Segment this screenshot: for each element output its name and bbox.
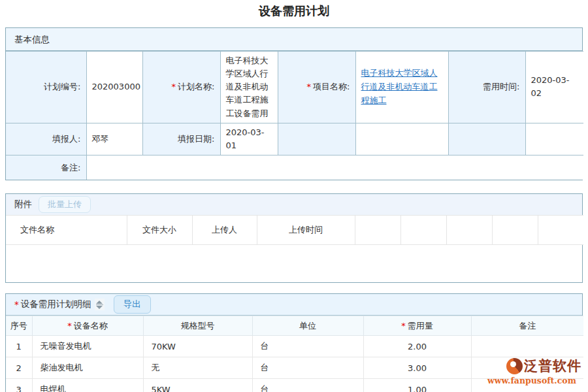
report-date-value: 2020-03-01	[220, 123, 278, 155]
cell-quantity: 1.00	[363, 379, 471, 392]
cell-spec-model: 5KW	[143, 379, 252, 392]
required-asterisk: *	[67, 321, 72, 331]
cell-quantity: 2.00	[363, 336, 471, 357]
attach-col-uploader: 上传人	[192, 216, 257, 245]
detail-section-title: 设备需用计划明细	[21, 299, 91, 310]
plan-name-value: 电子科技大学区域人行道及非机动车道工程施工设备需用	[220, 52, 278, 123]
cell-quantity: 3.00	[363, 357, 471, 379]
empty-value-cell	[525, 123, 583, 155]
attach-col-empty	[446, 216, 492, 245]
detail-col-equipment-name: *设备名称	[32, 316, 143, 336]
empty-label-cell	[448, 123, 525, 155]
cell-equipment-name: 柴油发电机	[32, 357, 143, 379]
attachments-section-title: 附件	[14, 199, 32, 210]
detail-col-serial: 序号	[6, 316, 32, 336]
cell-serial: 1	[6, 336, 32, 357]
sort-down-arrow-icon	[96, 306, 103, 309]
detail-col-quantity: *需用量	[363, 316, 471, 336]
attach-col-empty	[400, 216, 446, 245]
cell-equipment-name: 电焊机	[32, 379, 143, 392]
plan-no-value: 202003000	[86, 52, 142, 123]
required-asterisk: *	[307, 82, 312, 91]
page-title: 设备需用计划	[0, 0, 588, 27]
cell-equipment-name: 无噪音发电机	[32, 336, 143, 357]
reporter-label: 填报人:	[6, 123, 86, 155]
attachments-section: 附件 批量上传 文件名称 文件大小 上传人 上传时间	[5, 193, 583, 283]
cell-serial: 3	[6, 379, 32, 392]
basic-info-table: 计划编号: 202003000 *计划名称: 电子科技大学区域人行道及非机动车道…	[6, 51, 583, 180]
need-time-label: 需用时间:	[448, 52, 525, 123]
cell-serial: 2	[6, 357, 32, 379]
detail-col-unit: 单位	[252, 316, 363, 336]
batch-upload-button[interactable]: 批量上传	[39, 196, 91, 213]
attach-col-empty	[538, 216, 583, 245]
fanpu-logo: 泛普软件 www.fanpusoft.com	[482, 357, 581, 385]
plan-name-label: *计划名称:	[142, 52, 220, 123]
table-row: 1 无噪音发电机 70KW 台 2.00	[6, 336, 583, 357]
detail-section-header: * 设备需用计划明细 导出	[6, 294, 582, 316]
project-name-cell: 电子科技大学区域人行道及非机动车道工程施工	[355, 52, 448, 123]
attachments-table: 文件名称 文件大小 上传人 上传时间	[6, 215, 583, 245]
cell-unit: 台	[252, 336, 363, 357]
cell-unit: 台	[252, 379, 363, 392]
export-button[interactable]: 导出	[114, 295, 151, 314]
attach-col-uploadtime: 上传时间	[257, 216, 355, 245]
attach-col-empty	[355, 216, 400, 245]
report-date-label: 填报日期:	[142, 123, 220, 155]
brand-name: 泛普软件	[524, 357, 581, 375]
cell-spec-model: 70KW	[143, 336, 252, 357]
cell-unit: 台	[252, 357, 363, 379]
attach-col-empty	[492, 216, 538, 245]
sort-up-arrow-icon	[96, 301, 103, 304]
project-name-label: *项目名称:	[278, 52, 355, 123]
cell-remark	[471, 336, 583, 357]
detail-col-spec-model: 规格型号	[143, 316, 252, 336]
fanpu-logo-icon	[506, 358, 523, 374]
remark-label: 备注:	[6, 155, 86, 180]
project-name-link[interactable]: 电子科技大学区域人行道及非机动车道工程施工	[361, 68, 438, 105]
empty-value-cell	[355, 123, 448, 155]
attachments-empty-area	[6, 245, 582, 282]
required-asterisk: *	[401, 321, 406, 331]
detail-col-remark: 备注	[471, 316, 583, 336]
basic-info-section: 基本信息 计划编号: 202003000 *计划名称: 电子科技大学区域人行道及…	[5, 27, 583, 180]
equipment-demand-plan-page: 设备需用计划 基本信息 计划编号: 202003000 *计划名称: 电子科技大…	[0, 0, 588, 392]
cell-spec-model: 无	[143, 357, 252, 379]
attachments-header: 附件 批量上传	[6, 194, 582, 215]
required-asterisk: *	[172, 82, 176, 91]
attach-col-filesize: 文件大小	[127, 216, 192, 245]
sort-icon[interactable]	[95, 299, 105, 310]
brand-url: www.fanpusoft.com	[482, 376, 581, 385]
empty-label-cell	[278, 123, 355, 155]
basic-info-section-title: 基本信息	[6, 28, 582, 51]
sort-divider	[96, 304, 103, 305]
plan-no-label: 计划编号:	[6, 52, 86, 123]
required-asterisk: *	[14, 299, 19, 310]
remark-value	[86, 155, 583, 180]
need-time-value: 2020-03-02	[525, 52, 583, 123]
attach-col-filename: 文件名称	[6, 216, 127, 245]
reporter-value: 邓琴	[86, 123, 142, 155]
